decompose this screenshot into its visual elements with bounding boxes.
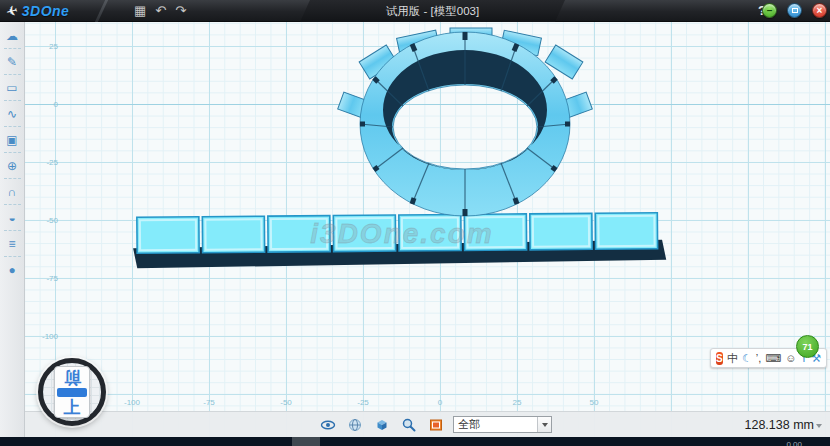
status-strip: 全部 128.138 mm <box>25 411 830 437</box>
titlebar-divider <box>95 0 108 22</box>
bar-segment-box[interactable] <box>595 213 657 250</box>
sidebar-separator <box>4 100 21 101</box>
sidebar-item-feature-modeling[interactable]: ▣ <box>0 129 25 150</box>
bar-segment-box[interactable] <box>137 217 199 254</box>
sogou-logo-icon[interactable]: S <box>716 352 723 365</box>
tool-sidebar: ☁✎▭∿▣⊕∩◒≡● <box>0 22 25 437</box>
sidebar-separator <box>4 74 21 75</box>
app-logo: ✈ 3DOne <box>6 0 69 22</box>
sidebar-item-combine-edit[interactable]: ∩ <box>0 181 25 202</box>
sidebar-separator <box>4 48 21 49</box>
model-scene: i3DOne.com <box>25 22 830 437</box>
view-cube-front-face[interactable]: 前 <box>64 368 81 387</box>
person-icon[interactable]: ☺ <box>785 349 796 367</box>
view-rotate-globe-icon[interactable] <box>347 417 363 433</box>
ring-model[interactable] <box>338 28 593 216</box>
bar-segment-box[interactable] <box>202 216 264 253</box>
sidebar-item-sketch-draw[interactable]: ✎ <box>0 51 25 72</box>
maximize-icon <box>792 8 798 13</box>
paper-plane-icon: ✈ <box>4 2 19 20</box>
sidebar-separator <box>4 204 21 205</box>
view-cube[interactable]: 前 上 <box>54 366 90 418</box>
notification-badge[interactable]: 71 <box>796 335 819 358</box>
sidebar-item-sketch-edit[interactable]: ∿ <box>0 103 25 124</box>
maximize-button[interactable] <box>787 3 802 18</box>
sidebar-separator <box>4 178 21 179</box>
visibility-eye-icon[interactable] <box>320 417 336 433</box>
chevron-down-icon <box>816 424 822 428</box>
view-navigator-widget[interactable]: 前 上 <box>38 358 106 426</box>
sidebar-separator <box>4 126 21 127</box>
sidebar-separator <box>4 256 21 257</box>
view-cube-top-face[interactable]: 上 <box>64 398 81 417</box>
chevron-down-icon <box>542 423 548 427</box>
bottom-bar-value: 0.00 <box>786 440 802 446</box>
3done-app-window: ✈ 3DOne ▦ ↶ ↷ 试用版 - [模型003] ? – × ☁✎▭∿▣⊕… <box>0 0 830 446</box>
watermark-text: i3DOne.com <box>310 218 493 249</box>
window-controls: – × <box>762 3 827 18</box>
shade-display-mode-icon[interactable] <box>374 417 390 433</box>
measurement-readout[interactable]: 128.138 mm <box>745 418 822 432</box>
filter-selected-value: 全部 <box>454 417 537 432</box>
close-button[interactable]: × <box>812 3 827 18</box>
display-toolbar <box>320 417 444 433</box>
ime-language-toggle[interactable]: 中 <box>727 349 738 367</box>
sidebar-item-material-texture[interactable]: ◒ <box>0 207 25 228</box>
logo-text: 3DOne <box>22 3 70 19</box>
save-button[interactable]: ▦ <box>134 0 146 22</box>
sidebar-separator <box>4 230 21 231</box>
punctuation-toggle[interactable]: ’, <box>756 349 762 367</box>
selection-filter-dropdown[interactable]: 全部 <box>453 416 552 433</box>
keyboard-icon[interactable]: ⌨ <box>765 349 781 367</box>
3d-viewport[interactable]: 250-25-50-75-100-125-100-75-50-2502550 i… <box>25 22 830 437</box>
undo-button[interactable]: ↶ <box>155 0 166 22</box>
bar-segment-box[interactable] <box>530 213 592 250</box>
moon-icon[interactable]: ☾ <box>742 349 752 367</box>
minimize-button[interactable]: – <box>762 3 777 18</box>
quick-toolbar: ▦ ↶ ↷ <box>134 0 186 22</box>
view-cube-highlight-edge[interactable] <box>57 388 87 397</box>
sidebar-item-render-sphere[interactable]: ● <box>0 259 25 280</box>
zoom-search-icon[interactable] <box>401 417 417 433</box>
sidebar-separator <box>4 152 21 153</box>
dropdown-arrow-button[interactable] <box>537 417 551 432</box>
sidebar-item-pattern-list[interactable]: ≡ <box>0 233 25 254</box>
bottom-bar-segment <box>292 437 320 446</box>
bottom-bar: 0.00 <box>0 437 830 446</box>
sidebar-item-basic-edit-move[interactable]: ⊕ <box>0 155 25 176</box>
title-panel: 试用版 - [模型003] <box>300 0 565 22</box>
redo-button[interactable]: ↷ <box>175 0 186 22</box>
sidebar-item-sketch-surface[interactable]: ▭ <box>0 77 25 98</box>
sidebar-item-model-library[interactable]: ☁ <box>0 25 25 46</box>
window-title: 试用版 - [模型003] <box>386 4 479 19</box>
title-bar: ✈ 3DOne ▦ ↶ ↷ 试用版 - [模型003] ? – × <box>0 0 830 22</box>
measurement-value: 128.138 mm <box>745 418 814 432</box>
viewport-frame-icon[interactable] <box>428 417 444 433</box>
